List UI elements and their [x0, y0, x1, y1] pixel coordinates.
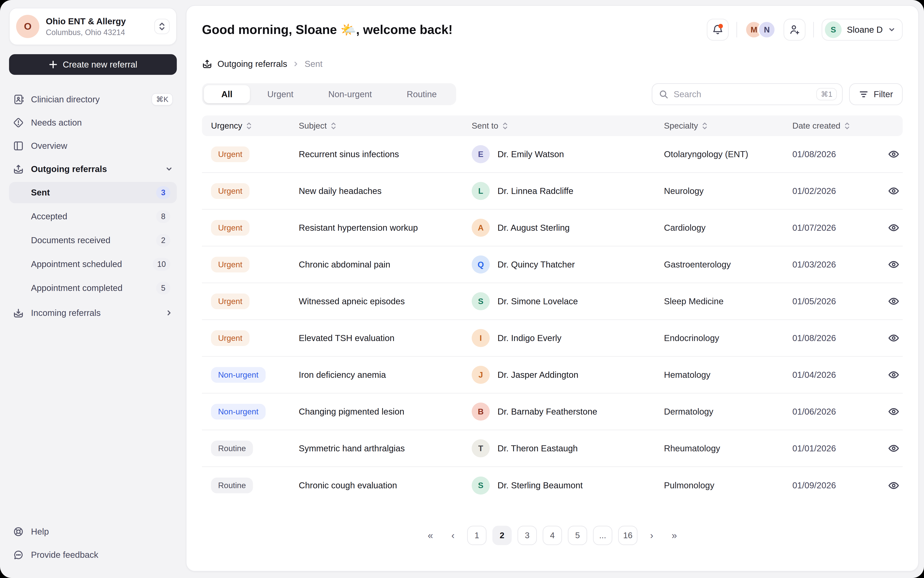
sidebar-item-outgoing-referrals[interactable]: Outgoing referrals: [9, 157, 177, 180]
sidebar-item-help[interactable]: Help: [9, 520, 177, 543]
count-badge: 2: [156, 234, 171, 247]
sent-to-cell: JDr. Jasper Addington: [472, 366, 664, 384]
org-meta: Ohio ENT & Allergy Columbus, Ohio 43214: [46, 16, 148, 37]
page-button-2-current[interactable]: 2: [492, 526, 512, 545]
address-book-icon: [13, 94, 24, 105]
column-header-date-created[interactable]: Date created: [792, 121, 885, 130]
view-referral-button[interactable]: [885, 476, 903, 495]
urgency-badge: Urgent: [211, 330, 250, 346]
specialty-cell: Gastroenterology: [664, 260, 792, 270]
search-shortcut-badge: ⌘1: [816, 88, 837, 101]
sidebar: O Ohio ENT & Allergy Columbus, Ohio 4321…: [0, 0, 186, 578]
view-referral-button[interactable]: [885, 219, 903, 237]
page-button-5[interactable]: 5: [568, 526, 587, 545]
avatar[interactable]: N: [758, 21, 776, 39]
table-header: Urgency Subject Sent to Specialty Date c…: [202, 115, 903, 136]
subitem-label: Documents received: [31, 235, 110, 245]
sidebar-item-incoming-referrals[interactable]: Incoming referrals: [9, 301, 177, 325]
create-referral-button[interactable]: Create new referral: [9, 54, 177, 75]
sidebar-item-needs-action[interactable]: Needs action: [9, 111, 177, 134]
table-row[interactable]: Urgent New daily headaches LDr. Linnea R…: [202, 173, 903, 209]
sent-to-cell: BDr. Barnaby Featherstone: [472, 403, 664, 421]
outbox-icon: [13, 163, 24, 175]
org-switch-button[interactable]: [154, 19, 170, 34]
specialty-cell: Hematology: [664, 370, 792, 380]
sort-icon: [701, 122, 708, 130]
urgency-badge: Urgent: [211, 220, 250, 235]
window: O Ohio ENT & Allergy Columbus, Ohio 4321…: [0, 0, 924, 578]
table-row[interactable]: Urgent Resistant hypertension workup ADr…: [202, 209, 903, 247]
subject-cell: Witnessed apneic episodes: [299, 296, 472, 307]
doctor-name: Dr. Sterling Beaumont: [497, 481, 583, 490]
tab-routine[interactable]: Routine: [389, 85, 454, 103]
column-header-urgency[interactable]: Urgency: [202, 121, 299, 130]
sidebar-subitem-sent[interactable]: Sent 3: [9, 182, 177, 203]
page-button-1[interactable]: 1: [467, 526, 487, 545]
tab-non-urgent[interactable]: Non-urgent: [311, 85, 389, 103]
table-row[interactable]: Urgent Recurrent sinus infections EDr. E…: [202, 136, 903, 173]
view-referral-button[interactable]: [885, 329, 903, 347]
org-switcher[interactable]: O Ohio ENT & Allergy Columbus, Ohio 4321…: [9, 8, 177, 45]
view-referral-button[interactable]: [885, 255, 903, 274]
eye-icon: [888, 406, 900, 417]
invite-user-button[interactable]: [784, 19, 805, 41]
table-row[interactable]: Urgent Chronic abdominal pain QDr. Quinc…: [202, 247, 903, 283]
doctor-name: Dr. Indigo Everly: [497, 333, 561, 343]
view-referral-button[interactable]: [885, 145, 903, 163]
subitem-label: Sent: [31, 187, 50, 198]
previous-page-button[interactable]: ‹: [445, 526, 461, 545]
chevron-updown-icon: [158, 22, 166, 31]
urgency-badge: Urgent: [211, 183, 250, 199]
search-input[interactable]: [674, 89, 811, 99]
sidebar-item-provide-feedback[interactable]: Provide feedback: [9, 543, 177, 567]
breadcrumb-section[interactable]: Outgoing referrals: [218, 59, 287, 69]
filter-button[interactable]: Filter: [849, 83, 903, 105]
table-row[interactable]: Routine Symmetric hand arthralgias TDr. …: [202, 430, 903, 467]
view-referral-button[interactable]: [885, 439, 903, 457]
page-button-16[interactable]: 16: [618, 526, 638, 545]
chat-bubble-icon: [13, 549, 24, 560]
column-header-specialty[interactable]: Specialty: [664, 121, 792, 130]
table-row[interactable]: Non-urgent Changing pigmented lesion BDr…: [202, 393, 903, 430]
tab-urgent[interactable]: Urgent: [250, 85, 311, 103]
user-menu[interactable]: S Sloane D: [822, 19, 903, 41]
page-ellipsis[interactable]: ...: [593, 526, 612, 545]
table-row[interactable]: Urgent Witnessed apneic episodes SDr. Si…: [202, 283, 903, 320]
next-page-button[interactable]: ›: [643, 526, 660, 545]
subject-cell: Symmetric hand arthralgias: [299, 443, 472, 453]
sidebar-subitem-appointment-completed[interactable]: Appointment completed 5: [9, 278, 177, 299]
sidebar-item-label: Needs action: [31, 118, 82, 128]
table-row[interactable]: Non-urgent Iron deficiency anemia JDr. J…: [202, 357, 903, 393]
date-cell: 01/07/2026: [792, 223, 885, 233]
count-badge: 10: [153, 258, 171, 271]
table-row[interactable]: Urgent Elevated TSH evaluation IDr. Indi…: [202, 320, 903, 357]
count-badge: 8: [156, 210, 171, 223]
sidebar-item-overview[interactable]: Overview: [9, 134, 177, 157]
sidebar-subitem-appointment-scheduled[interactable]: Appointment scheduled 10: [9, 253, 177, 275]
specialty-cell: Endocrinology: [664, 333, 792, 343]
sidebar-subitem-accepted[interactable]: Accepted 8: [9, 206, 177, 227]
view-referral-button[interactable]: [885, 182, 903, 200]
inbox-icon: [13, 307, 24, 319]
last-page-button[interactable]: »: [666, 526, 683, 545]
sidebar-subitem-documents-received[interactable]: Documents received 2: [9, 230, 177, 251]
chevron-right-icon: [292, 60, 299, 68]
column-header-subject[interactable]: Subject: [299, 121, 472, 130]
view-referral-button[interactable]: [885, 366, 903, 384]
tab-all[interactable]: All: [204, 85, 250, 103]
subject-cell: New daily headaches: [299, 186, 472, 196]
sort-icon: [245, 122, 253, 130]
table-row[interactable]: Routine Chronic cough evaluation SDr. St…: [202, 467, 903, 504]
notifications-button[interactable]: [707, 19, 729, 41]
doctor-avatar: A: [472, 219, 490, 237]
sidebar-item-clinician-directory[interactable]: Clinician directory ⌘K: [9, 88, 177, 111]
page-button-4[interactable]: 4: [542, 526, 562, 545]
layout-panel-icon: [13, 140, 24, 152]
view-referral-button[interactable]: [885, 403, 903, 421]
view-referral-button[interactable]: [885, 292, 903, 310]
page-button-3[interactable]: 3: [518, 526, 537, 545]
first-page-button[interactable]: «: [422, 526, 439, 545]
column-header-sent-to[interactable]: Sent to: [472, 121, 664, 130]
eye-icon: [888, 222, 900, 234]
search-box[interactable]: ⌘1: [652, 83, 843, 105]
